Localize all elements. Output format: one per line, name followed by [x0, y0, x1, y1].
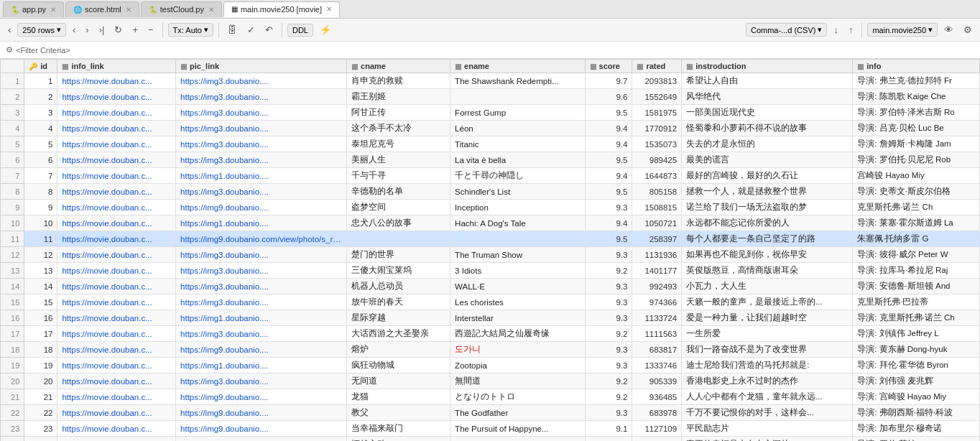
table-cell[interactable]: 龙猫: [347, 389, 450, 405]
table-cell[interactable]: 23: [24, 421, 57, 437]
table-cell[interactable]: [347, 231, 450, 247]
table-cell[interactable]: 1552649: [632, 89, 682, 105]
table-cell[interactable]: 1133724: [632, 310, 682, 326]
table-cell[interactable]: 导演: 罗伯·莱纳 Rob Re: [853, 437, 980, 442]
table-cell[interactable]: 如果再也不能见到你，祝你早安: [682, 247, 853, 263]
add-row-button[interactable]: +: [129, 23, 142, 37]
row-number[interactable]: 15: [1, 294, 24, 310]
table-cell[interactable]: https://movie.douban.c...: [57, 247, 176, 263]
table-cell[interactable]: https://img9.doubanio....: [176, 389, 347, 405]
table-cell[interactable]: https://img1.doubanio....: [176, 310, 347, 326]
table-cell[interactable]: 希望让人自由: [682, 73, 853, 89]
col-ename-header[interactable]: ▦ ename: [450, 60, 585, 73]
table-row[interactable]: 2020https://movie.douban.c...https://img…: [1, 373, 980, 389]
col-pic_link-header[interactable]: ▦ pic_link: [176, 60, 347, 73]
table-cell[interactable]: 肖申克的救赎: [347, 73, 450, 89]
table-cell[interactable]: 683978: [632, 405, 682, 421]
row-number[interactable]: 7: [1, 168, 24, 184]
table-cell[interactable]: https://movie.douban.c...: [57, 342, 176, 358]
table-cell[interactable]: 导演: 罗伯托·贝尼尼 Rob: [853, 152, 980, 168]
table-cell[interactable]: 楚门的世界: [347, 247, 450, 263]
table-cell[interactable]: https://img9.doubanio.com/view/photo/s_r…: [176, 231, 347, 247]
nav-next-page-button[interactable]: ›: [82, 23, 92, 37]
table-cell[interactable]: https://img3.doubanio....: [176, 437, 347, 442]
table-row[interactable]: 2424https://movie.douban.c...https://img…: [1, 437, 980, 442]
table-cell[interactable]: 1307453: [632, 437, 682, 442]
row-number[interactable]: 12: [1, 247, 24, 263]
row-number[interactable]: 3: [1, 105, 24, 121]
table-cell[interactable]: 霸王别姬: [347, 89, 450, 105]
table-cell[interactable]: 真正的幸福是来自内心深处: [682, 437, 853, 442]
table-cell[interactable]: 21: [24, 389, 57, 405]
row-number[interactable]: 19: [1, 358, 24, 373]
table-cell[interactable]: 导演: 宫崎骏 Hayao Miy: [853, 389, 980, 405]
table-cell[interactable]: 1333746: [632, 358, 682, 373]
table-cell[interactable]: 20: [24, 373, 57, 389]
table-cell[interactable]: Titanic: [450, 136, 585, 152]
table-cell[interactable]: 936485: [632, 389, 682, 405]
table-cell[interactable]: 8: [24, 184, 57, 200]
table-cell[interactable]: 9: [24, 200, 57, 215]
table-row[interactable]: 1919https://movie.douban.c...https://img…: [1, 358, 980, 373]
table-cell[interactable]: https://movie.douban.c...: [57, 389, 176, 405]
ddl-button[interactable]: DDL: [287, 24, 313, 37]
table-cell[interactable]: 905339: [632, 373, 682, 389]
tab-score[interactable]: 🌐 score.html ✕: [65, 1, 139, 17]
table-cell[interactable]: となりのトトロ: [450, 389, 585, 405]
table-cell[interactable]: 3: [24, 105, 57, 121]
table-cell[interactable]: https://movie.douban.c...: [57, 184, 176, 200]
table-cell[interactable]: The Godfather: [450, 405, 585, 421]
table-cell[interactable]: 导演: 彼得·威尔 Peter W: [853, 247, 980, 263]
table-cell[interactable]: 朱塞佩·托纳多雷 G: [853, 231, 980, 247]
table-cell[interactable]: 人人心中都有个龙猫，童年就永远...: [682, 389, 853, 405]
table-cell[interactable]: 最美的谎言: [682, 152, 853, 168]
table-cell[interactable]: https://movie.douban.c...: [57, 231, 176, 247]
row-number[interactable]: 16: [1, 310, 24, 326]
table-cell[interactable]: 辛德勒的名单: [347, 184, 450, 200]
table-cell[interactable]: 14: [24, 279, 57, 294]
table-cell[interactable]: 教父: [347, 405, 450, 421]
table-cell[interactable]: 盗梦空间: [347, 200, 450, 215]
table-cell[interactable]: 怪蜀黍和小萝莉不得不说的故事: [682, 121, 853, 136]
upload-button[interactable]: ↑: [845, 23, 857, 37]
table-cell[interactable]: 17: [24, 326, 57, 342]
table-cell[interactable]: 疯狂动物城: [347, 358, 450, 373]
table-cell[interactable]: 1127109: [632, 421, 682, 437]
table-cell[interactable]: 星际穿越: [347, 310, 450, 326]
table-cell[interactable]: 美丽人生: [347, 152, 450, 168]
table-row[interactable]: 1818https://movie.douban.c...https://img…: [1, 342, 980, 358]
nav-last-page-button[interactable]: ›|: [96, 23, 108, 37]
table-cell[interactable]: https://img3.doubanio....: [176, 105, 347, 121]
table-cell[interactable]: WALL·E: [450, 279, 585, 294]
tab-testcloud-close[interactable]: ✕: [208, 6, 214, 14]
table-cell[interactable]: 香港电影史上永不过时的杰作: [682, 373, 853, 389]
table-cell[interactable]: 9.6: [585, 89, 632, 105]
col-score-header[interactable]: ▦ score: [585, 60, 632, 73]
table-cell[interactable]: 258397: [632, 231, 682, 247]
table-cell[interactable]: 导演: 刘镇伟 Jeffrey L: [853, 326, 980, 342]
table-cell[interactable]: 诺兰给了我们一场无法盗取的梦: [682, 200, 853, 215]
table-cell[interactable]: 阿甘正传: [347, 105, 450, 121]
table-cell[interactable]: https://img1.doubanio....: [176, 168, 347, 184]
table-cell[interactable]: 2093813: [632, 73, 682, 89]
table-cell[interactable]: 9.1: [585, 437, 632, 442]
table-row[interactable]: 2121https://movie.douban.c...https://img…: [1, 389, 980, 405]
table-cell[interactable]: 小瓦力，大人生: [682, 279, 853, 294]
table-cell[interactable]: 千と千尋の神隠し: [450, 168, 585, 184]
table-cell[interactable]: 永远都不能忘记你所爱的人: [682, 215, 853, 231]
table-cell[interactable]: 爱是一种力量，让我们超越时空: [682, 310, 853, 326]
table-cell[interactable]: 1535073: [632, 136, 682, 152]
table-cell[interactable]: https://movie.douban.c...: [57, 421, 176, 437]
table-cell[interactable]: 导演: 弗兰克·德拉邦特 Fr: [853, 73, 980, 89]
col-instroduction-header[interactable]: ▦ instroduction: [682, 60, 853, 73]
table-cell[interactable]: 导演: 黄东赫 Dong-hyuk: [853, 342, 980, 358]
table-cell[interactable]: https://movie.douban.c...: [57, 105, 176, 121]
tab-app-close[interactable]: ✕: [50, 6, 56, 14]
table-cell[interactable]: 992493: [632, 279, 682, 294]
table-cell[interactable]: 失去的才是永恒的: [682, 136, 853, 152]
col-rated-header[interactable]: ▦ rated: [632, 60, 682, 73]
row-number[interactable]: 13: [1, 263, 24, 279]
table-cell[interactable]: https://img3.doubanio....: [176, 263, 347, 279]
commit-button[interactable]: ✓: [244, 23, 259, 37]
table-cell[interactable]: 西遊記大結局之仙履奇缘: [450, 326, 585, 342]
